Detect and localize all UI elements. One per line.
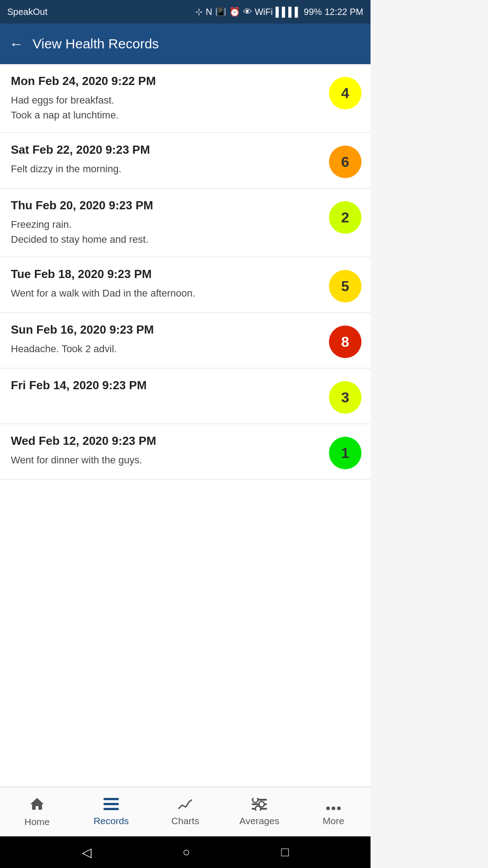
status-right: ⊹ N 📳 ⏰ 👁 WiFi ▌▌▌▌ 99% 12:22 PM (195, 6, 363, 17)
nav-item-more[interactable]: More (296, 787, 371, 836)
record-content: Fri Feb 14, 2020 9:23 PM (11, 378, 329, 397)
recents-system-button[interactable]: □ (281, 845, 289, 859)
record-date: Fri Feb 14, 2020 9:23 PM (11, 378, 322, 392)
eye-icon: 👁 (243, 7, 252, 17)
record-date: Sun Feb 16, 2020 9:23 PM (11, 323, 322, 337)
alarm-icon: ⏰ (229, 6, 240, 17)
record-date: Tue Feb 18, 2020 9:23 PM (11, 267, 322, 281)
vibrate-icon: 📳 (215, 6, 226, 17)
signal-icon: ▌▌▌▌ (276, 7, 301, 17)
record-item[interactable]: Tue Feb 18, 2020 9:23 PM Went for a walk… (0, 257, 371, 313)
svg-point-8 (255, 806, 261, 811)
nav-item-averages[interactable]: Averages (222, 787, 296, 836)
svg-rect-1 (103, 803, 119, 805)
record-content: Sat Feb 22, 2020 9:23 PM Felt dizzy in t… (11, 143, 329, 176)
record-item[interactable]: Mon Feb 24, 2020 9:22 PM Had eggs for br… (0, 64, 371, 133)
status-bar: SpeakOut ⊹ N 📳 ⏰ 👁 WiFi ▌▌▌▌ 99% 12:22 P… (0, 0, 371, 24)
nav-item-home[interactable]: Home (0, 787, 74, 836)
score-badge: 1 (329, 437, 361, 469)
averages-label: Averages (239, 816, 279, 826)
record-note: Felt dizzy in the morning. (11, 161, 322, 176)
record-content: Wed Feb 12, 2020 9:23 PM Went for dinner… (11, 434, 329, 467)
record-item[interactable]: Thu Feb 20, 2020 9:23 PM Freezing rain.D… (0, 189, 371, 257)
svg-rect-2 (103, 808, 119, 810)
battery-label: 99% (304, 7, 322, 17)
system-nav: ◁ ○ □ (0, 836, 371, 868)
record-note: Went for a walk with Dad in the afternoo… (11, 286, 322, 301)
time-label: 12:22 PM (324, 7, 363, 17)
records-list: Mon Feb 24, 2020 9:22 PM Had eggs for br… (0, 64, 371, 787)
score-badge: 8 (329, 326, 361, 358)
score-badge: 3 (329, 381, 361, 414)
record-note: Headache. Took 2 advil. (11, 341, 322, 356)
record-content: Sun Feb 16, 2020 9:23 PM Headache. Took … (11, 323, 329, 356)
record-date: Wed Feb 12, 2020 9:23 PM (11, 434, 322, 448)
svg-point-6 (253, 798, 258, 802)
header: ← View Health Records (0, 24, 371, 64)
record-content: Tue Feb 18, 2020 9:23 PM Went for a walk… (11, 267, 329, 301)
record-note: Freezing rain.Decided to stay home and r… (11, 217, 322, 247)
record-item[interactable]: Wed Feb 12, 2020 9:23 PM Went for dinner… (0, 424, 371, 480)
score-badge: 2 (329, 201, 361, 234)
wifi-icon: WiFi (255, 7, 273, 17)
svg-point-9 (326, 807, 330, 810)
record-date: Mon Feb 24, 2020 9:22 PM (11, 74, 322, 88)
record-date: Thu Feb 20, 2020 9:23 PM (11, 198, 322, 212)
record-content: Thu Feb 20, 2020 9:23 PM Freezing rain.D… (11, 198, 329, 247)
bluetooth-icon: ⊹ (195, 6, 203, 17)
svg-point-11 (337, 807, 341, 810)
record-content: Mon Feb 24, 2020 9:22 PM Had eggs for br… (11, 74, 329, 123)
more-label: More (323, 816, 344, 826)
record-date: Sat Feb 22, 2020 9:23 PM (11, 143, 322, 157)
charts-label: Charts (171, 816, 199, 826)
more-icon (326, 797, 341, 813)
averages-icon (252, 797, 267, 813)
back-system-button[interactable]: ◁ (82, 845, 92, 860)
page-title: View Health Records (33, 36, 159, 52)
nav-item-charts[interactable]: Charts (148, 787, 222, 836)
record-note: Had eggs for breakfast.Took a nap at lun… (11, 93, 322, 123)
record-item[interactable]: Sun Feb 16, 2020 9:23 PM Headache. Took … (0, 313, 371, 368)
score-badge: 6 (329, 146, 361, 178)
home-icon (29, 796, 45, 814)
record-item[interactable]: Sat Feb 22, 2020 9:23 PM Felt dizzy in t… (0, 133, 371, 189)
records-label: Records (94, 816, 129, 826)
record-note: Went for dinner with the guys. (11, 453, 322, 467)
svg-point-10 (332, 807, 335, 810)
record-item[interactable]: Fri Feb 14, 2020 9:23 PM 3 (0, 368, 371, 424)
charts-icon (178, 797, 193, 813)
records-icon (103, 797, 119, 813)
carrier-label: SpeakOut (7, 7, 47, 17)
nav-item-records[interactable]: Records (74, 787, 148, 836)
home-label: Home (24, 816, 50, 827)
home-system-button[interactable]: ○ (183, 845, 190, 859)
score-badge: 5 (329, 270, 361, 302)
svg-rect-0 (103, 798, 119, 800)
bottom-nav: Home Records Charts Averages More (0, 787, 371, 836)
back-button[interactable]: ← (9, 36, 23, 52)
score-badge: 4 (329, 77, 361, 109)
nfc-icon: N (206, 7, 212, 17)
